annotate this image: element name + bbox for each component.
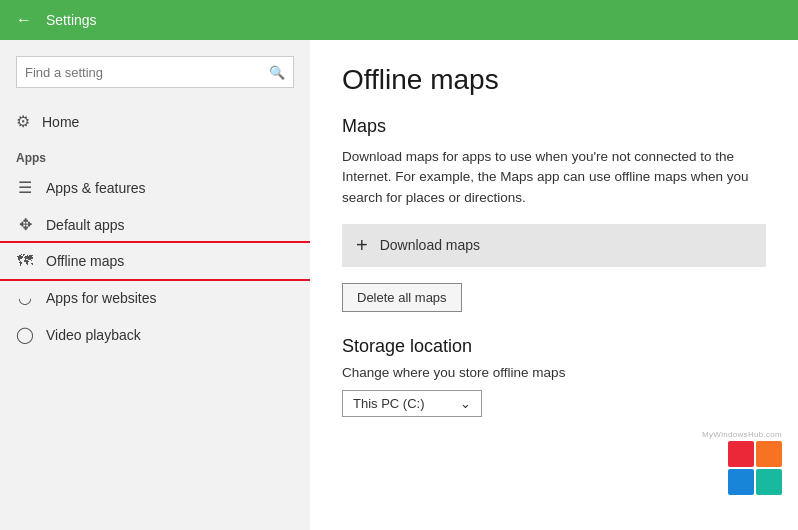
sidebar-item-apps-features[interactable]: ☰ Apps & features [0,169,310,206]
home-item[interactable]: ⚙ Home [0,104,310,139]
home-icon: ⚙ [16,112,30,131]
apps-features-label: Apps & features [46,180,146,196]
apps-websites-label: Apps for websites [46,290,157,306]
plus-icon: + [356,234,368,257]
sidebar-item-default-apps[interactable]: ✥ Default apps [0,206,310,243]
delete-all-maps-button[interactable]: Delete all maps [342,283,462,312]
logo-block-red [728,441,754,467]
title-bar-title: Settings [46,12,97,28]
sidebar-item-apps-websites[interactable]: ◡ Apps for websites [0,279,310,316]
video-playback-icon: ◯ [16,325,34,344]
maps-description: Download maps for apps to use when you'r… [342,147,766,208]
storage-description: Change where you store offline maps [342,365,766,380]
storage-section-title: Storage location [342,336,766,357]
search-box: 🔍 [16,56,294,88]
watermark-text: MyWindowsHub.com [702,430,782,439]
search-box-wrapper: 🔍 [0,52,310,104]
maps-section-title: Maps [342,116,766,137]
sidebar-item-offline-maps[interactable]: 🗺 Offline maps [0,243,310,279]
search-input[interactable] [25,65,269,80]
offline-maps-label: Offline maps [46,253,124,269]
logo-block-orange [756,441,782,467]
back-button[interactable]: ← [12,8,36,32]
main-layout: 🔍 ⚙ Home Apps ☰ Apps & features ✥ Defaul… [0,40,798,530]
sidebar: 🔍 ⚙ Home Apps ☰ Apps & features ✥ Defaul… [0,40,310,530]
storage-select-value: This PC (C:) [353,396,425,411]
download-maps-button[interactable]: + Download maps [342,224,766,267]
download-maps-label: Download maps [380,237,480,253]
logo-block-blue [728,469,754,495]
home-label: Home [42,114,79,130]
search-icon: 🔍 [269,65,285,80]
chevron-down-icon: ⌄ [460,396,471,411]
sidebar-item-video-playback[interactable]: ◯ Video playback [0,316,310,353]
apps-features-icon: ☰ [16,178,34,197]
storage-location-select[interactable]: This PC (C:) ⌄ [342,390,482,417]
video-playback-label: Video playback [46,327,141,343]
offline-maps-icon: 🗺 [16,252,34,270]
apps-section-header: Apps [0,139,310,169]
page-title: Offline maps [342,64,766,96]
default-apps-icon: ✥ [16,215,34,234]
apps-websites-icon: ◡ [16,288,34,307]
default-apps-label: Default apps [46,217,125,233]
content-area: Offline maps Maps Download maps for apps… [310,40,798,530]
title-bar: ← Settings [0,0,798,40]
logo-block-teal [756,469,782,495]
watermark-logo [728,441,782,495]
watermark: MyWindowsHub.com [682,430,782,510]
